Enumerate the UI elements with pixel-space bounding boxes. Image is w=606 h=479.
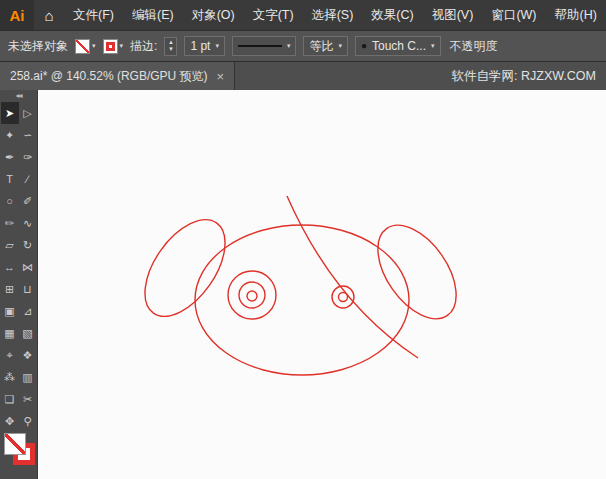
column-graph-tool[interactable]: ▥ (19, 366, 37, 388)
right-ear-shape[interactable] (362, 211, 472, 332)
menu-item-select[interactable]: 选择(S) (303, 0, 363, 30)
menu-item-file[interactable]: 文件(F) (64, 0, 123, 30)
watermark-text: 软件自学网: RJZXW.COM (235, 62, 606, 90)
paintbrush-tool[interactable]: ✐ (19, 190, 37, 212)
brush-dot-icon: ● (361, 41, 367, 51)
rotate-tool[interactable]: ↻ (19, 234, 37, 256)
eyedropper-tool[interactable]: ⌖ (1, 344, 19, 366)
brush-value: Touch C... (372, 39, 426, 53)
selection-status: 未选择对象 (8, 38, 68, 55)
stroke-profile-select[interactable]: ▾ (232, 36, 297, 56)
menu-item-edit[interactable]: 编辑(E) (123, 0, 183, 30)
collapse-panel-icon[interactable]: ◂◂ (0, 90, 37, 102)
menu-item-effect[interactable]: 效果(C) (362, 0, 422, 30)
chevron-down-icon: ▾ (120, 42, 124, 50)
menu-bar: Ai ⌂ 文件(F)编辑(E)对象(O)文字(T)选择(S)效果(C)视图(V)… (0, 0, 606, 30)
slice-tool[interactable]: ✂ (19, 388, 37, 410)
stroke-color-swatch[interactable]: ▾ (103, 39, 124, 54)
left-eye-outer-circle[interactable] (228, 271, 276, 319)
menu-items: 文件(F)编辑(E)对象(O)文字(T)选择(S)效果(C)视图(V)窗口(W)… (64, 0, 606, 30)
home-icon[interactable]: ⌂ (34, 0, 64, 30)
shape-builder-tool[interactable]: ⊔ (19, 278, 37, 300)
lasso-tool[interactable]: ∽ (19, 124, 37, 146)
menu-item-object[interactable]: 对象(O) (183, 0, 244, 30)
artwork-dog-face (38, 90, 606, 479)
left-ear-shape[interactable] (129, 206, 241, 331)
left-eye-middle-circle[interactable] (239, 282, 265, 308)
left-eye-inner-circle[interactable] (247, 291, 257, 301)
gradient-tool[interactable]: ▧ (19, 322, 37, 344)
stroke-red-icon (103, 39, 118, 54)
stroke-label: 描边: (130, 38, 157, 55)
stepper-down-icon: ▼ (168, 46, 174, 53)
chevron-down-icon: ▾ (431, 42, 435, 50)
menu-item-type[interactable]: 文字(T) (244, 0, 303, 30)
scale-tool[interactable]: ↔ (1, 256, 19, 278)
direct-selection-tool[interactable]: ▷ (19, 102, 37, 124)
menu-item-help[interactable]: 帮助(H) (546, 0, 606, 30)
perspective-grid-tool[interactable]: ⊿ (19, 300, 37, 322)
menu-item-view[interactable]: 视图(V) (423, 0, 483, 30)
hand-tool[interactable]: ✥ (1, 410, 19, 432)
proportional-value: 等比 (309, 38, 333, 55)
stepper-up-icon: ▲ (168, 39, 174, 46)
canvas[interactable] (38, 90, 606, 479)
curvature-tool[interactable]: ✑ (19, 146, 37, 168)
main-area: ◂◂ ➤▷✦∽✒✑T∕○✐✏∿▱↻↔⋈⊞⊔▣⊿▦▧⌖❖⁂▥❏✂✥⚲ (0, 90, 606, 479)
stroke-weight-stepper[interactable]: ▲ ▼ (164, 37, 177, 56)
head-shape[interactable] (195, 225, 409, 375)
selection-tool[interactable]: ➤ (1, 102, 19, 124)
fill-indicator-swatch[interactable] (4, 433, 26, 455)
free-transform-tool[interactable]: ⊞ (1, 278, 19, 300)
artboard-tool[interactable]: ❏ (1, 388, 19, 410)
ellipse-tool[interactable]: ○ (1, 190, 19, 212)
eraser-tool[interactable]: ▱ (1, 234, 19, 256)
tools-panel: ◂◂ ➤▷✦∽✒✑T∕○✐✏∿▱↻↔⋈⊞⊔▣⊿▦▧⌖❖⁂▥❏✂✥⚲ (0, 90, 38, 479)
shaper-tool[interactable]: ∿ (19, 212, 37, 234)
proportional-select[interactable]: 等比 ▾ (303, 36, 348, 56)
magic-wand-tool[interactable]: ✦ (1, 124, 19, 146)
stroke-profile-line-icon (238, 45, 282, 47)
tool-grid: ➤▷✦∽✒✑T∕○✐✏∿▱↻↔⋈⊞⊔▣⊿▦▧⌖❖⁂▥❏✂✥⚲ (0, 102, 37, 432)
width-tool[interactable]: ⋈ (19, 256, 37, 278)
fill-none-icon (75, 39, 90, 54)
zoom-tool[interactable]: ⚲ (19, 410, 37, 432)
menu-item-window[interactable]: 窗口(W) (482, 0, 545, 30)
document-tab[interactable]: 258.ai* @ 140.52% (RGB/GPU 预览) × (0, 62, 235, 90)
chevron-down-icon: ▾ (92, 42, 96, 50)
control-bar: 未选择对象 ▾ ▾ 描边: ▲ ▼ 1 pt ▾ ▾ 等比 ▾ ● Touch … (0, 30, 606, 62)
tab-close-icon[interactable]: × (217, 69, 225, 84)
ai-logo: Ai (0, 0, 34, 30)
line-segment-tool[interactable]: ∕ (19, 168, 37, 190)
stroke-weight-value: 1 pt (190, 39, 210, 53)
live-paint-bucket-tool[interactable]: ▣ (1, 300, 19, 322)
document-tab-title: 258.ai* @ 140.52% (RGB/GPU 预览) (10, 68, 208, 85)
fill-stroke-indicator[interactable] (0, 432, 37, 479)
blend-tool[interactable]: ❖ (19, 344, 37, 366)
opacity-label[interactable]: 不透明度 (450, 38, 498, 55)
symbol-sprayer-tool[interactable]: ⁂ (1, 366, 19, 388)
chevron-down-icon: ▾ (215, 42, 219, 50)
document-tab-bar: 258.ai* @ 140.52% (RGB/GPU 预览) × 软件自学网: … (0, 62, 606, 90)
stroke-weight-select[interactable]: 1 pt ▾ (184, 36, 225, 56)
mesh-tool[interactable]: ▦ (1, 322, 19, 344)
pencil-tool[interactable]: ✏ (1, 212, 19, 234)
type-tool[interactable]: T (1, 168, 19, 190)
chevron-down-icon: ▾ (287, 42, 291, 50)
chevron-down-icon: ▾ (338, 42, 342, 50)
brush-definition-select[interactable]: ● Touch C... ▾ (355, 36, 441, 56)
pen-tool[interactable]: ✒ (1, 146, 19, 168)
fill-color-swatch[interactable]: ▾ (75, 39, 96, 54)
